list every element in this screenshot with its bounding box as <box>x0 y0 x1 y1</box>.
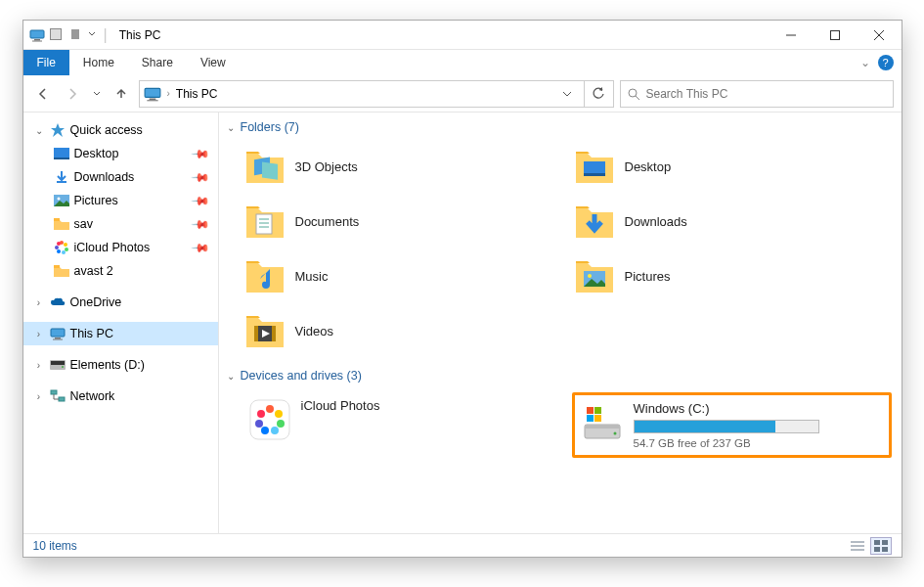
svg-point-57 <box>277 420 285 428</box>
svg-rect-11 <box>149 98 155 100</box>
svg-marker-15 <box>51 123 65 137</box>
drive-item-windows-c[interactable]: Windows (C:)54.7 GB free of 237 GB <box>572 392 892 458</box>
drive-capacity-bar <box>634 420 819 433</box>
view-details-button[interactable] <box>847 537 868 555</box>
nav-this-pc[interactable]: › This PC <box>23 322 218 345</box>
svg-rect-40 <box>262 162 278 180</box>
svg-point-36 <box>62 366 64 368</box>
folder-icon <box>244 201 286 242</box>
nav-recent-button[interactable] <box>90 82 104 106</box>
svg-point-29 <box>57 242 61 246</box>
qat-dropdown-icon[interactable] <box>88 27 98 43</box>
svg-rect-38 <box>59 397 65 401</box>
folder-item[interactable]: Pictures <box>572 251 892 300</box>
chevron-right-icon[interactable]: › <box>33 391 45 402</box>
explorer-window: | This PC File Home Share View ⌄ ? › Thi <box>22 20 902 558</box>
svg-rect-4 <box>51 29 61 39</box>
this-pc-icon <box>49 325 66 342</box>
folder-icon <box>574 255 615 296</box>
ribbon-tab-share[interactable]: Share <box>128 50 187 75</box>
chevron-down-icon[interactable]: ⌄ <box>33 125 45 136</box>
pin-icon: 📌 <box>191 144 211 164</box>
nav-item-sav[interactable]: sav 📌 <box>23 212 218 236</box>
section-folders-header[interactable]: ⌄ Folders (7) <box>225 116 894 138</box>
ribbon-expand-icon[interactable]: ⌄ <box>860 56 870 69</box>
nav-back-button[interactable] <box>31 82 55 106</box>
refresh-button[interactable] <box>585 80 614 108</box>
ribbon-tab-view[interactable]: View <box>187 50 240 75</box>
ribbon-tab-file[interactable]: File <box>23 50 69 75</box>
svg-point-28 <box>55 246 59 249</box>
network-icon <box>49 387 66 405</box>
folder-icon <box>244 255 286 296</box>
drive-icon <box>49 356 66 374</box>
folder-item[interactable]: Documents <box>242 197 562 246</box>
nav-item-icloud-photos[interactable]: iCloud Photos 📌 <box>23 236 218 259</box>
svg-rect-68 <box>594 415 601 422</box>
content-pane: ⌄ Folders (7) 3D ObjectsDesktopDocuments… <box>219 113 902 533</box>
titlebar: | This PC <box>23 21 902 50</box>
svg-rect-75 <box>882 547 888 552</box>
qat-icon[interactable] <box>49 27 65 43</box>
svg-rect-43 <box>256 214 272 234</box>
svg-rect-41 <box>584 161 605 175</box>
section-drives-header[interactable]: ⌄ Devices and drives (3) <box>225 365 894 386</box>
search-input[interactable] <box>646 87 887 101</box>
view-tiles-button[interactable] <box>870 537 892 555</box>
maximize-button[interactable] <box>814 21 858 50</box>
minimize-button[interactable] <box>770 21 814 50</box>
nav-forward-button[interactable] <box>61 82 84 106</box>
breadcrumb[interactable]: This PC <box>176 87 218 101</box>
folder-item[interactable]: 3D Objects <box>242 142 562 191</box>
qat-icon-2[interactable] <box>68 27 84 43</box>
svg-rect-33 <box>53 339 63 340</box>
statusbar: 10 items <box>23 533 902 557</box>
nav-onedrive[interactable]: › OneDrive <box>23 291 218 314</box>
folder-item[interactable]: Videos <box>242 306 562 355</box>
svg-rect-17 <box>54 158 69 159</box>
folder-icon <box>574 201 615 242</box>
chevron-right-icon[interactable]: › <box>33 360 45 371</box>
nav-item-pictures[interactable]: Pictures 📌 <box>23 189 218 212</box>
drive-item-icloud-photos[interactable]: iCloud Photos <box>242 392 562 458</box>
nav-quick-access[interactable]: ⌄ Quick access <box>23 118 218 142</box>
ribbon-tab-home[interactable]: Home <box>69 50 128 75</box>
svg-rect-74 <box>874 547 880 552</box>
status-item-count: 10 items <box>33 539 77 553</box>
svg-rect-21 <box>54 218 60 221</box>
search-box[interactable] <box>620 80 894 108</box>
folder-item[interactable]: Desktop <box>572 142 892 191</box>
drive-free-text: 54.7 GB free of 237 GB <box>634 437 883 449</box>
nav-item-desktop[interactable]: Desktop 📌 <box>23 142 218 165</box>
chevron-right-icon[interactable]: › <box>33 297 45 308</box>
disk-icon <box>581 401 624 444</box>
svg-rect-32 <box>55 338 61 339</box>
nav-network[interactable]: › Network <box>23 384 218 408</box>
nav-item-downloads[interactable]: Downloads 📌 <box>23 165 218 189</box>
folder-icon <box>244 310 286 351</box>
folder-label: Pictures <box>625 269 671 284</box>
svg-rect-1 <box>34 39 40 41</box>
nav-item-avast2[interactable]: avast 2 <box>23 259 218 283</box>
address-dropdown-icon[interactable] <box>554 89 580 99</box>
folder-icon <box>53 262 70 280</box>
chevron-right-icon[interactable]: › <box>33 329 45 339</box>
svg-rect-12 <box>147 100 157 101</box>
nav-up-button[interactable] <box>110 82 133 106</box>
folder-item[interactable]: Music <box>242 251 562 300</box>
pin-icon: 📌 <box>191 167 211 188</box>
folder-item[interactable]: Downloads <box>572 197 892 246</box>
chevron-down-icon: ⌄ <box>227 122 235 133</box>
close-button[interactable] <box>858 21 902 50</box>
svg-point-54 <box>266 416 274 424</box>
this-pc-icon <box>29 27 45 43</box>
svg-rect-66 <box>594 407 601 414</box>
svg-rect-10 <box>145 88 160 97</box>
help-icon[interactable]: ? <box>878 55 894 70</box>
svg-rect-72 <box>874 540 880 545</box>
address-bar[interactable]: › This PC <box>139 80 585 108</box>
nav-elements-drive[interactable]: › Elements (D:) <box>23 353 218 377</box>
ribbon: File Home Share View ⌄ ? <box>23 50 902 75</box>
chevron-down-icon: ⌄ <box>227 371 235 382</box>
drive-label: Windows (C:) <box>634 401 883 416</box>
